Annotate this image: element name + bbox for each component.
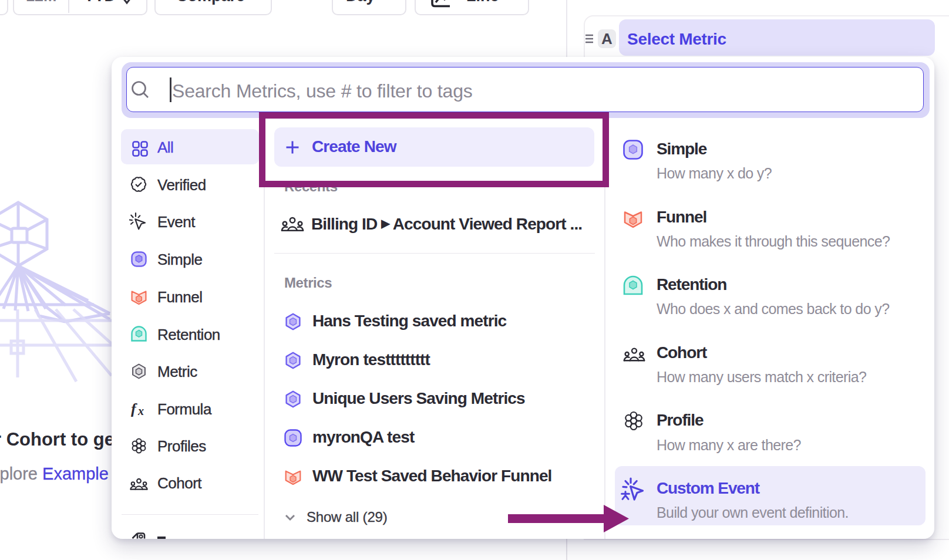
svg-text:f: f (131, 400, 137, 417)
svg-text:x: x (137, 404, 144, 417)
